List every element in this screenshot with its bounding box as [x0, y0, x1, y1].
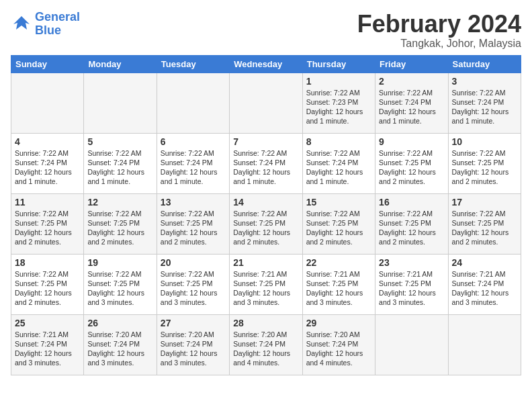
calendar-cell: 18Sunrise: 7:22 AM Sunset: 7:25 PM Dayli… — [11, 254, 84, 314]
weekday-header-cell: Thursday — [302, 55, 375, 73]
day-number: 29 — [306, 318, 371, 328]
day-info: Sunrise: 7:22 AM Sunset: 7:25 PM Dayligh… — [15, 269, 80, 308]
calendar-cell: 2Sunrise: 7:22 AM Sunset: 7:24 PM Daylig… — [375, 73, 448, 133]
calendar-cell: 8Sunrise: 7:22 AM Sunset: 7:24 PM Daylig… — [302, 133, 375, 193]
svg-marker-0 — [13, 16, 30, 30]
calendar-table: SundayMondayTuesdayWednesdayThursdayFrid… — [11, 55, 521, 375]
day-number: 16 — [379, 197, 444, 208]
day-info: Sunrise: 7:20 AM Sunset: 7:24 PM Dayligh… — [161, 330, 226, 368]
day-number: 14 — [233, 197, 298, 208]
day-info: Sunrise: 7:22 AM Sunset: 7:24 PM Dayligh… — [306, 148, 371, 187]
calendar-cell — [375, 314, 448, 375]
page-header: General Blue February 2024 Tangkak, Joho… — [11, 11, 521, 50]
calendar-cell: 7Sunrise: 7:22 AM Sunset: 7:24 PM Daylig… — [230, 133, 302, 193]
calendar-body: 1Sunrise: 7:22 AM Sunset: 7:23 PM Daylig… — [11, 73, 521, 375]
day-info: Sunrise: 7:22 AM Sunset: 7:24 PM Dayligh… — [87, 148, 152, 187]
calendar-cell: 19Sunrise: 7:22 AM Sunset: 7:25 PM Dayli… — [84, 254, 157, 314]
day-number: 8 — [306, 136, 371, 147]
day-info: Sunrise: 7:22 AM Sunset: 7:24 PM Dayligh… — [233, 148, 298, 187]
calendar-cell: 9Sunrise: 7:22 AM Sunset: 7:25 PM Daylig… — [375, 133, 448, 193]
weekday-header-cell: Saturday — [448, 55, 521, 73]
day-number: 2 — [379, 76, 444, 87]
location-subtitle: Tangkak, Johor, Malaysia — [357, 38, 521, 50]
calendar-cell: 14Sunrise: 7:22 AM Sunset: 7:25 PM Dayli… — [230, 193, 302, 254]
calendar-cell: 23Sunrise: 7:21 AM Sunset: 7:25 PM Dayli… — [375, 254, 448, 314]
calendar-cell: 20Sunrise: 7:22 AM Sunset: 7:25 PM Dayli… — [157, 254, 229, 314]
logo: General Blue — [11, 11, 80, 38]
day-number: 6 — [161, 136, 226, 147]
day-info: Sunrise: 7:22 AM Sunset: 7:24 PM Dayligh… — [161, 148, 226, 187]
day-number: 24 — [452, 257, 517, 268]
day-info: Sunrise: 7:22 AM Sunset: 7:25 PM Dayligh… — [15, 209, 80, 247]
calendar-cell: 29Sunrise: 7:20 AM Sunset: 7:24 PM Dayli… — [302, 314, 375, 375]
day-number: 26 — [87, 318, 152, 328]
day-info: Sunrise: 7:21 AM Sunset: 7:24 PM Dayligh… — [452, 269, 517, 308]
calendar-cell: 12Sunrise: 7:22 AM Sunset: 7:25 PM Dayli… — [84, 193, 157, 254]
weekday-header-cell: Tuesday — [157, 55, 229, 73]
weekday-header-row: SundayMondayTuesdayWednesdayThursdayFrid… — [11, 55, 521, 73]
day-info: Sunrise: 7:22 AM Sunset: 7:25 PM Dayligh… — [306, 209, 371, 247]
day-info: Sunrise: 7:22 AM Sunset: 7:24 PM Dayligh… — [379, 88, 444, 126]
weekday-header-cell: Monday — [84, 55, 157, 73]
day-info: Sunrise: 7:21 AM Sunset: 7:25 PM Dayligh… — [306, 269, 371, 308]
calendar-cell: 3Sunrise: 7:22 AM Sunset: 7:24 PM Daylig… — [448, 73, 521, 133]
calendar-cell: 5Sunrise: 7:22 AM Sunset: 7:24 PM Daylig… — [84, 133, 157, 193]
weekday-header-cell: Friday — [375, 55, 448, 73]
day-number: 19 — [87, 257, 152, 268]
day-info: Sunrise: 7:22 AM Sunset: 7:25 PM Dayligh… — [87, 269, 152, 308]
day-info: Sunrise: 7:21 AM Sunset: 7:25 PM Dayligh… — [233, 269, 298, 308]
day-info: Sunrise: 7:22 AM Sunset: 7:25 PM Dayligh… — [379, 209, 444, 247]
day-info: Sunrise: 7:21 AM Sunset: 7:24 PM Dayligh… — [15, 330, 80, 368]
day-info: Sunrise: 7:20 AM Sunset: 7:24 PM Dayligh… — [87, 330, 152, 368]
calendar-cell: 13Sunrise: 7:22 AM Sunset: 7:25 PM Dayli… — [157, 193, 229, 254]
day-info: Sunrise: 7:20 AM Sunset: 7:24 PM Dayligh… — [233, 330, 298, 368]
calendar-cell: 11Sunrise: 7:22 AM Sunset: 7:25 PM Dayli… — [11, 193, 84, 254]
calendar-cell: 24Sunrise: 7:21 AM Sunset: 7:24 PM Dayli… — [448, 254, 521, 314]
day-number: 1 — [306, 76, 371, 87]
calendar-week-row: 18Sunrise: 7:22 AM Sunset: 7:25 PM Dayli… — [11, 254, 521, 314]
calendar-cell: 28Sunrise: 7:20 AM Sunset: 7:24 PM Dayli… — [230, 314, 302, 375]
calendar-cell: 15Sunrise: 7:22 AM Sunset: 7:25 PM Dayli… — [302, 193, 375, 254]
day-info: Sunrise: 7:22 AM Sunset: 7:24 PM Dayligh… — [452, 88, 517, 126]
calendar-cell — [11, 73, 84, 133]
calendar-cell: 17Sunrise: 7:22 AM Sunset: 7:25 PM Dayli… — [448, 193, 521, 254]
day-number: 10 — [452, 136, 517, 147]
day-info: Sunrise: 7:22 AM Sunset: 7:25 PM Dayligh… — [379, 148, 444, 187]
day-number: 22 — [306, 257, 371, 268]
day-info: Sunrise: 7:22 AM Sunset: 7:24 PM Dayligh… — [15, 148, 80, 187]
day-info: Sunrise: 7:22 AM Sunset: 7:25 PM Dayligh… — [87, 209, 152, 247]
calendar-cell: 25Sunrise: 7:21 AM Sunset: 7:24 PM Dayli… — [11, 314, 84, 375]
calendar-cell: 26Sunrise: 7:20 AM Sunset: 7:24 PM Dayli… — [84, 314, 157, 375]
day-info: Sunrise: 7:22 AM Sunset: 7:25 PM Dayligh… — [452, 209, 517, 247]
day-number: 7 — [233, 136, 298, 147]
logo-text: General Blue — [35, 11, 80, 38]
day-number: 15 — [306, 197, 371, 208]
day-number: 4 — [15, 136, 80, 147]
day-number: 3 — [452, 76, 517, 87]
calendar-cell — [448, 314, 521, 375]
day-info: Sunrise: 7:21 AM Sunset: 7:25 PM Dayligh… — [379, 269, 444, 308]
calendar-cell: 22Sunrise: 7:21 AM Sunset: 7:25 PM Dayli… — [302, 254, 375, 314]
calendar-cell: 1Sunrise: 7:22 AM Sunset: 7:23 PM Daylig… — [302, 73, 375, 133]
day-info: Sunrise: 7:22 AM Sunset: 7:25 PM Dayligh… — [452, 148, 517, 187]
day-number: 5 — [87, 136, 152, 147]
calendar-week-row: 11Sunrise: 7:22 AM Sunset: 7:25 PM Dayli… — [11, 193, 521, 254]
calendar-cell: 27Sunrise: 7:20 AM Sunset: 7:24 PM Dayli… — [157, 314, 229, 375]
calendar-cell: 4Sunrise: 7:22 AM Sunset: 7:24 PM Daylig… — [11, 133, 84, 193]
day-info: Sunrise: 7:22 AM Sunset: 7:25 PM Dayligh… — [161, 209, 226, 247]
calendar-cell: 6Sunrise: 7:22 AM Sunset: 7:24 PM Daylig… — [157, 133, 229, 193]
day-number: 18 — [15, 257, 80, 268]
calendar-week-row: 25Sunrise: 7:21 AM Sunset: 7:24 PM Dayli… — [11, 314, 521, 375]
day-number: 25 — [15, 318, 80, 328]
day-info: Sunrise: 7:22 AM Sunset: 7:25 PM Dayligh… — [161, 269, 226, 308]
day-info: Sunrise: 7:22 AM Sunset: 7:23 PM Dayligh… — [306, 88, 371, 126]
calendar-cell — [157, 73, 229, 133]
day-number: 21 — [233, 257, 298, 268]
day-number: 17 — [452, 197, 517, 208]
day-number: 28 — [233, 318, 298, 328]
day-number: 12 — [87, 197, 152, 208]
day-number: 20 — [161, 257, 226, 268]
logo-icon — [11, 15, 32, 34]
title-area: February 2024 Tangkak, Johor, Malaysia — [357, 11, 521, 50]
calendar-cell: 10Sunrise: 7:22 AM Sunset: 7:25 PM Dayli… — [448, 133, 521, 193]
